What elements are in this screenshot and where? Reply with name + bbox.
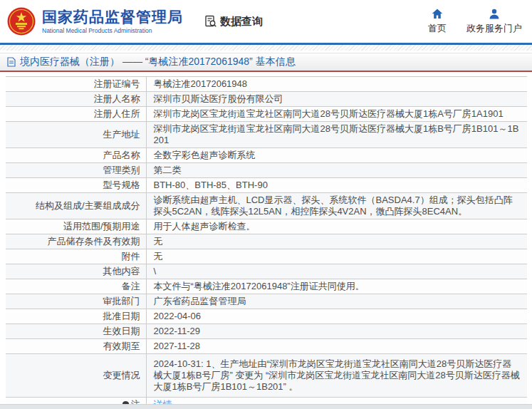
row-value-text: 2024-10-31: 1、生产地址由“深圳市龙岗区宝龙街道宝龙社区南同大道28… [154, 358, 520, 392]
table-row: 注册人住所深圳市龙岗区宝龙街道宝龙社区南同大道28号贝斯达医疗器械大厦1栋A号厂… [6, 107, 527, 122]
home-icon [432, 9, 443, 19]
row-value: 用于人体超声诊断检查。 [146, 219, 527, 234]
hatch-band [0, 45, 532, 51]
row-value: 第二类 [146, 163, 527, 178]
row-value: 深圳市龙岗区宝龙街道宝龙社区南同大道28号贝斯达医疗器械大厦1栋A号厂房1A19… [146, 107, 527, 122]
row-label-text: 有效期至 [103, 341, 140, 351]
table-row: 适用范围/预期用途用于人体超声诊断检查。 [6, 219, 527, 234]
page-header: 国家药品监督管理局 National Medical Products Admi… [0, 0, 532, 43]
row-value-text: 本文件与“粤械注准20172061948”注册证共同使用。 [154, 281, 365, 291]
page-icon [7, 57, 16, 67]
row-label-text: 注册人名称 [94, 93, 140, 104]
agency-name-en: National Medical Products Administration [42, 27, 183, 34]
row-value: 广东省药品监督管理局 [146, 294, 527, 309]
row-label-text: 批准日期 [103, 311, 140, 321]
row-label: 批准日期 [6, 309, 146, 324]
row-value-text: 广东省药品监督管理局 [154, 296, 246, 306]
row-label: 生效日期 [6, 324, 146, 339]
nav-item-home[interactable]: 首页 [428, 9, 447, 35]
table-row: 生产地址深圳市龙岗区宝龙街道宝龙社区南同大道28号贝斯达医疗器械大厦1栋B号厂房… [6, 122, 527, 148]
table-row: 有效期至2027-11-28 [6, 339, 527, 354]
row-label: 型号规格 [6, 178, 146, 193]
row-value-text: 无 [154, 251, 163, 262]
row-value: 粤械注准20172061948 [146, 77, 527, 92]
agency-names: 国家药品监督管理局 National Medical Products Admi… [42, 9, 183, 34]
row-label: 有效期至 [6, 339, 146, 354]
row-label: 注册人住所 [6, 107, 146, 122]
row-label-text: 注册证编号 [94, 78, 140, 89]
row-label: 适用范围/预期用途 [6, 219, 146, 234]
info-table: 注册证编号粤械注准20172061948注册人名称深圳市贝斯达医疗股份有限公司注… [6, 76, 527, 409]
row-label: 其他内容 [6, 264, 146, 279]
row-label: 注册证编号 [6, 77, 146, 92]
nav-portal-label: 政务服务门户 [466, 22, 522, 35]
row-label-text: 注册人住所 [94, 108, 140, 119]
row-value-text: 2022-11-29 [154, 326, 201, 336]
row-value: 2022-11-29 [146, 324, 527, 339]
table-row: 注册人名称深圳市贝斯达医疗股份有限公司 [6, 92, 527, 107]
breadcrumb: 境内医疗器械（注册） —— “粤械注准20172061948” 基本信息 [0, 53, 532, 72]
row-value: 深圳市贝斯达医疗股份有限公司 [146, 92, 527, 107]
row-label-text: 变更情况 [103, 370, 140, 380]
row-label-text: 产品名称 [103, 150, 140, 160]
table-row: 审批部门广东省药品监督管理局 [6, 294, 527, 309]
agency-name-cn: 国家药品监督管理局 [42, 9, 183, 26]
row-value: 全数字彩色超声诊断系统 [146, 148, 527, 163]
row-value-text: 2022-04-06 [154, 311, 202, 321]
table-row: 管理类别第二类 [6, 163, 527, 178]
row-label: 备注 [6, 279, 146, 294]
data-query-label: 数据查询 [220, 15, 263, 29]
row-label-text: 产品储存条件及有效期 [48, 236, 140, 247]
row-label: 变更情况 [6, 354, 146, 398]
table-row: 批准日期2022-04-06 [6, 309, 527, 324]
row-label-text: 生产地址 [103, 129, 140, 140]
user-icon [489, 9, 500, 19]
row-value-text: 深圳市贝斯达医疗股份有限公司 [154, 93, 283, 104]
row-value: 本文件与“粤械注准20172061948”注册证共同使用。 [146, 279, 527, 294]
breadcrumb-text: 境内医疗器械（注册） —— “粤械注准20172061948” 基本信息 [20, 56, 296, 68]
table-row: 生效日期2022-11-29 [6, 324, 527, 339]
row-label-text: 型号规格 [103, 180, 140, 190]
row-value-text: BTH-80、BTH-85、BTH-90 [154, 180, 268, 190]
row-label-text: 适用范围/预期用途 [63, 221, 140, 232]
row-value-text: 粤械注准20172061948 [154, 78, 248, 89]
row-label-text: 审批部门 [103, 296, 140, 306]
row-label: 结构及组成/主要组成成分 [6, 193, 146, 219]
row-value-text: 全数字彩色超声诊断系统 [154, 150, 256, 160]
row-label: 产品储存条件及有效期 [6, 234, 146, 249]
row-value: 诊断系统由超声主机、LCD显示器、探头、系统软件（BASDA4.7）组成；探头包… [146, 193, 527, 219]
row-value-text: 第二类 [154, 165, 182, 175]
data-query-tab[interactable]: 数据查询 [204, 15, 263, 29]
table-row: 注册证编号粤械注准20172061948 [6, 77, 527, 92]
row-label: 注册人名称 [6, 92, 146, 107]
row-label-text: 其他内容 [103, 266, 140, 276]
table-row: 结构及组成/主要组成成分诊断系统由超声主机、LCD显示器、探头、系统软件（BAS… [6, 193, 527, 219]
row-value-text: 深圳市龙岗区宝龙街道宝龙社区南同大道28号贝斯达医疗器械大厦1栋B号厂房1B10… [154, 123, 519, 145]
agency-logo: 国家药品监督管理局 National Medical Products Admi… [7, 7, 183, 36]
row-label: 附件 [6, 249, 146, 264]
row-value-text: \ [154, 266, 157, 276]
row-value-text: 2027-11-28 [154, 341, 201, 351]
nav-item-portal[interactable]: 政务服务门户 [466, 9, 522, 35]
row-value: BTH-80、BTH-85、BTH-90 [146, 178, 527, 193]
table-row: 型号规格BTH-80、BTH-85、BTH-90 [6, 178, 527, 193]
row-label: 管理类别 [6, 163, 146, 178]
table-row: 其他内容\ [6, 264, 527, 279]
row-value: 2022-04-06 [146, 309, 527, 324]
table-row: 附件无 [6, 249, 527, 264]
nav-home-label: 首页 [428, 22, 447, 35]
row-value-text: 用于人体超声诊断检查。 [154, 221, 256, 232]
row-value: 无 [146, 249, 527, 264]
row-value-text: 诊断系统由超声主机、LCD显示器、探头、系统软件（BASDA4.7）组成；探头包… [154, 195, 513, 217]
table-row: 产品储存条件及有效期无 [6, 234, 527, 249]
row-label-text: 附件 [122, 251, 140, 262]
document-search-icon [204, 15, 217, 28]
row-value: \ [146, 264, 527, 279]
row-value: 无 [146, 234, 527, 249]
row-label-text: 备注 [122, 281, 140, 291]
row-value-text: 无 [154, 236, 163, 247]
row-label: 审批部门 [6, 294, 146, 309]
table-row: 备注本文件与“粤械注准20172061948”注册证共同使用。 [6, 279, 527, 294]
row-value-text: 深圳市龙岗区宝龙街道宝龙社区南同大道28号贝斯达医疗器械大厦1栋A号厂房1A19… [154, 108, 504, 119]
row-value: 2027-11-28 [146, 339, 527, 354]
